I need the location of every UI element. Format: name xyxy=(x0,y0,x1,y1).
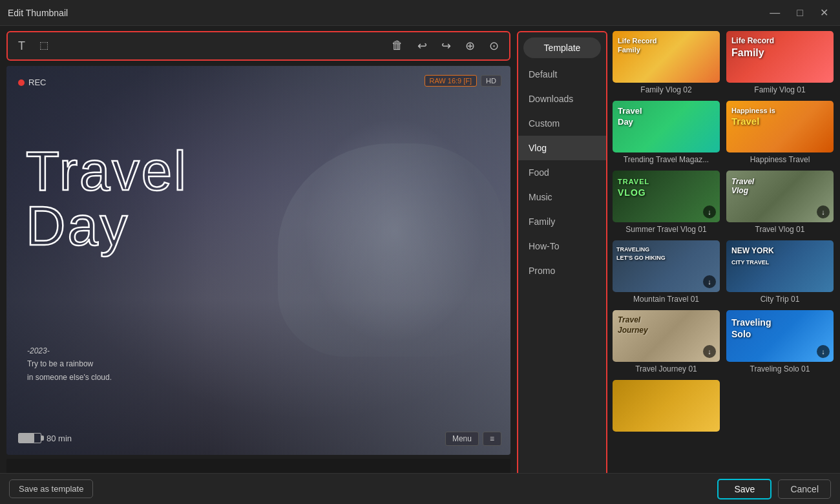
cancel-button[interactable]: Cancel xyxy=(778,479,831,499)
category-custom[interactable]: Custom xyxy=(518,111,606,136)
category-promo[interactable]: Promo xyxy=(518,258,606,283)
crop-icon[interactable]: ⊕ xyxy=(463,36,478,56)
thumb-label-fv01: Family Vlog 01 xyxy=(726,85,834,94)
thumb-img-fv02: Life RecordFamily xyxy=(613,31,720,83)
raw-badge: RAW 16:9 [F] xyxy=(425,75,478,87)
thumb-trending-travel[interactable]: TravelDay Trending Travel Magaz... xyxy=(613,101,720,164)
image-tool-icon[interactable]: ⬚ xyxy=(37,37,51,56)
canvas-panel: T ⬚ 🗑 ↩ ↪ ⊕ ⊙ REC xyxy=(0,26,517,504)
main-layout: T ⬚ 🗑 ↩ ↪ ⊕ ⊙ REC xyxy=(0,26,840,504)
thumb-img-tj01: TravelJourney ↓ xyxy=(613,310,720,362)
canvas-rec-badge: REC xyxy=(18,78,46,87)
thumb-img-tv01: TravelVlog ↓ xyxy=(726,171,834,222)
thumb-family-vlog-01[interactable]: Life RecordFamily Family Vlog 01 xyxy=(726,31,834,94)
thumbnails-panel: Life RecordFamily Family Vlog 02 Life Re… xyxy=(607,26,840,504)
canvas-subtitle: -2023- Try to be a rainbow in someone el… xyxy=(27,344,112,384)
settings-icon[interactable]: ⊙ xyxy=(487,36,501,56)
canvas-area[interactable]: REC RAW 16:9 [F] HD Travel Day -2023- Tr… xyxy=(6,66,510,455)
download-icon-tv01: ↓ xyxy=(817,205,830,218)
thumb-travel-vlog-01[interactable]: TravelVlog ↓ Travel Vlog 01 xyxy=(726,171,834,234)
thumb-label-ct01: City Trip 01 xyxy=(726,295,834,304)
thumb-img-extra xyxy=(613,380,720,432)
category-default[interactable]: Default xyxy=(518,62,606,87)
thumb-family-vlog-02[interactable]: Life RecordFamily Family Vlog 02 xyxy=(613,31,720,94)
thumb-img-fv01: Life RecordFamily xyxy=(726,31,834,83)
hd-badge: HD xyxy=(481,75,501,87)
category-food[interactable]: Food xyxy=(518,160,606,185)
save-button[interactable]: Save xyxy=(717,479,772,499)
title-line1: Travel xyxy=(26,143,188,198)
thumb-img-stv: TRAVELVLOG ↓ xyxy=(613,171,720,222)
window-controls: — □ ✕ xyxy=(766,6,832,19)
thumb-label-tv01: Travel Vlog 01 xyxy=(726,225,834,234)
thumb-label-stv: Summer Travel Vlog 01 xyxy=(613,225,720,234)
download-icon-ts01: ↓ xyxy=(817,345,830,358)
thumb-label-ttm: Trending Travel Magaz... xyxy=(613,155,720,164)
save-as-template-button[interactable]: Save as template xyxy=(9,479,93,498)
thumb-traveling-solo[interactable]: TravelingSolo ↓ Traveling Solo 01 xyxy=(726,310,834,373)
person-silhouette xyxy=(278,143,504,357)
maximize-button[interactable]: □ xyxy=(793,6,807,19)
download-icon-mt01: ↓ xyxy=(703,275,716,288)
category-family[interactable]: Family xyxy=(518,209,606,234)
thumb-img-ht: Happiness isTravel xyxy=(726,101,834,152)
category-downloads[interactable]: Downloads xyxy=(518,87,606,111)
thumb-happiness-travel[interactable]: Happiness isTravel Happiness Travel xyxy=(726,101,834,164)
canvas-title: Travel Day xyxy=(26,143,188,253)
download-icon-stv: ↓ xyxy=(703,205,716,218)
thumb-label-mt01: Mountain Travel 01 xyxy=(613,295,720,304)
rec-label: REC xyxy=(28,78,46,87)
thumb-travel-journey[interactable]: TravelJourney ↓ Travel Journey 01 xyxy=(613,310,720,373)
category-sidebar: Template Default Downloads Custom Vlog F… xyxy=(517,31,607,499)
close-button[interactable]: ✕ xyxy=(816,6,832,19)
toolbar-left: T ⬚ xyxy=(16,37,389,56)
canvas-badges: RAW 16:9 [F] HD xyxy=(425,75,502,87)
titlebar: Edit Thumbnail — □ ✕ xyxy=(0,0,840,26)
toolbar: T ⬚ 🗑 ↩ ↪ ⊕ ⊙ xyxy=(6,31,510,61)
menu-button[interactable]: Menu xyxy=(445,432,479,446)
thumb-extra[interactable] xyxy=(613,380,720,434)
battery-fill xyxy=(19,434,34,443)
thumb-img-ttm: TravelDay xyxy=(613,101,720,152)
thumb-label-ts01: Traveling Solo 01 xyxy=(726,364,834,373)
battery-icon xyxy=(18,433,41,443)
category-music[interactable]: Music xyxy=(518,185,606,209)
canvas-bottom-left: 80 min xyxy=(18,433,72,443)
canvas-duration: 80 min xyxy=(47,434,72,443)
rec-dot xyxy=(18,79,25,86)
template-button[interactable]: Template xyxy=(523,37,601,58)
delete-icon[interactable]: 🗑 xyxy=(389,36,406,56)
list-button[interactable]: ≡ xyxy=(483,432,501,446)
thumb-label-fv02: Family Vlog 02 xyxy=(613,85,720,94)
toolbar-right: 🗑 ↩ ↪ ⊕ ⊙ xyxy=(389,36,501,56)
bottom-bar-right: Save Cancel xyxy=(517,473,840,504)
thumb-grid: Life RecordFamily Family Vlog 02 Life Re… xyxy=(613,31,834,434)
minimize-button[interactable]: — xyxy=(766,6,784,19)
right-panel: Template Default Downloads Custom Vlog F… xyxy=(517,26,840,504)
thumb-label-tj01: Travel Journey 01 xyxy=(613,364,720,373)
thumb-img-mt01: TRAVELINGLET'S GO HIKING ↓ xyxy=(613,240,720,292)
redo-icon[interactable]: ↪ xyxy=(439,36,454,56)
text-tool-icon[interactable]: T xyxy=(16,37,28,56)
category-howto[interactable]: How-To xyxy=(518,234,606,258)
thumb-img-ct01: NEW YORKCITY TRAVEL xyxy=(726,240,834,292)
bottom-bar-left: Save as template xyxy=(0,473,517,504)
thumb-mountain-travel[interactable]: TRAVELINGLET'S GO HIKING ↓ Mountain Trav… xyxy=(613,240,720,304)
thumb-label-ht: Happiness Travel xyxy=(726,155,834,164)
category-vlog[interactable]: Vlog xyxy=(518,136,606,160)
battery-tip xyxy=(41,436,44,441)
window-title: Edit Thumbnail xyxy=(8,8,766,18)
thumb-city-trip-01[interactable]: NEW YORKCITY TRAVEL City Trip 01 xyxy=(726,240,834,304)
canvas-bottom-right: Menu ≡ xyxy=(445,432,501,446)
thumb-img-ts01: TravelingSolo ↓ xyxy=(726,310,834,362)
canvas-subtitle-text: Try to be a rainbow in someone else's cl… xyxy=(27,357,112,384)
title-line2: Day xyxy=(26,198,188,253)
download-icon-tj01: ↓ xyxy=(703,345,716,358)
canvas-year: -2023- xyxy=(27,344,112,357)
thumb-summer-travel-vlog[interactable]: TRAVELVLOG ↓ Summer Travel Vlog 01 xyxy=(613,171,720,234)
undo-icon[interactable]: ↩ xyxy=(415,36,430,56)
